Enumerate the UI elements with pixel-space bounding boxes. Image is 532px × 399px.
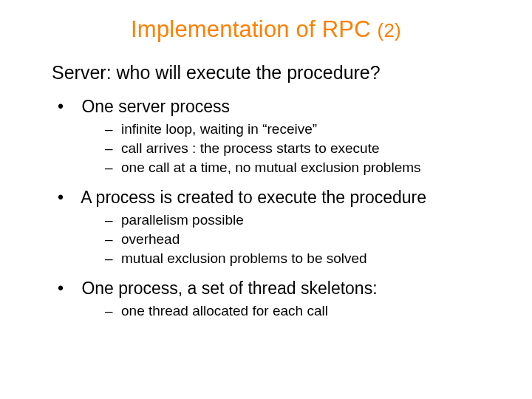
sub-bullet-item: overhead (105, 231, 488, 248)
sub-bullet-list: one thread allocated for each call (105, 303, 488, 319)
slide: Implementation of RPC (2) Server: who wi… (0, 0, 532, 399)
sub-bullet-list: parallelism possible overhead mutual exc… (105, 212, 488, 267)
sub-bullet-text: infinite loop, waiting in “receive” (121, 121, 317, 137)
sub-bullet-item: one thread allocated for each call (105, 303, 488, 319)
bullet-text: One server process (81, 97, 230, 116)
bullet-text: One process, a set of thread skeletons: (81, 279, 377, 298)
lead-text: Server: who will execute the procedure? (52, 62, 488, 83)
sub-bullet-item: one call at a time, no mutual exclusion … (105, 160, 488, 176)
sub-bullet-item: mutual exclusion problems to be solved (105, 250, 488, 267)
title-sub: (2) (378, 19, 401, 41)
sub-bullet-item: infinite loop, waiting in “receive” (105, 121, 488, 137)
sub-bullet-text: one call at a time, no mutual exclusion … (121, 160, 421, 175)
sub-bullet-item: parallelism possible (105, 212, 488, 228)
slide-title: Implementation of RPC (2) (44, 16, 488, 43)
bullet-item: A process is created to execute the proc… (59, 188, 488, 267)
sub-bullet-text: overhead (121, 231, 180, 247)
sub-bullet-text: mutual exclusion problems to be solved (121, 250, 367, 266)
sub-bullet-text: parallelism possible (121, 212, 244, 228)
bullet-item: One server process infinite loop, waitin… (59, 97, 488, 176)
sub-bullet-list: infinite loop, waiting in “receive” call… (105, 121, 488, 176)
bullet-text: A process is created to execute the proc… (81, 188, 426, 207)
title-main: Implementation of RPC (131, 16, 378, 42)
bullet-item: One process, a set of thread skeletons: … (59, 279, 488, 319)
bullet-list: One server process infinite loop, waitin… (59, 97, 488, 319)
sub-bullet-item: call arrives : the process starts to exe… (105, 140, 488, 157)
sub-bullet-text: call arrives : the process starts to exe… (121, 140, 380, 156)
sub-bullet-text: one thread allocated for each call (121, 303, 328, 318)
